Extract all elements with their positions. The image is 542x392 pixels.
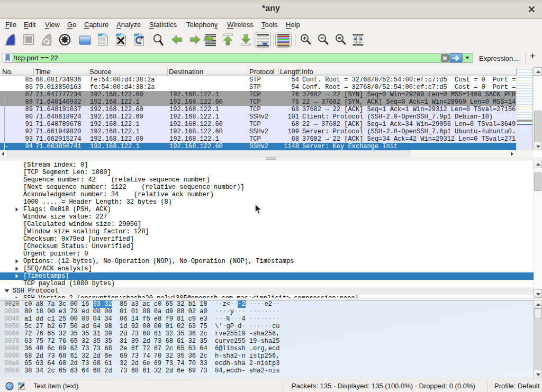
svg-text:0111: 0111: [100, 42, 106, 45]
